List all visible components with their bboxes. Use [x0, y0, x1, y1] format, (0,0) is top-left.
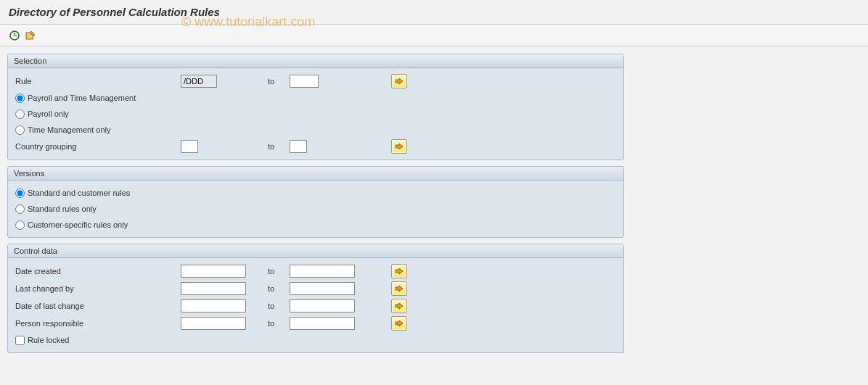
content-area: Selection Rule to Payroll and Time Manag… — [0, 46, 631, 366]
date-last-change-to-input[interactable] — [290, 299, 355, 312]
date-created-to-input[interactable] — [290, 265, 355, 278]
page-title: Directory of Personnel Calculation Rules — [9, 6, 859, 18]
versions-header: Versions — [8, 167, 623, 181]
payroll-time-label: Payroll and Time Management — [28, 94, 136, 102]
country-multi-select-button[interactable] — [391, 139, 407, 154]
execute-button[interactable] — [7, 28, 22, 43]
last-changed-by-to-input[interactable] — [290, 282, 355, 295]
arrow-right-icon — [395, 143, 404, 150]
date-last-change-multi-button[interactable] — [391, 299, 407, 313]
time-only-label: Time Management only — [28, 125, 111, 134]
person-responsible-multi-button[interactable] — [391, 316, 407, 331]
date-last-change-label: Date of last change — [14, 302, 181, 310]
arrow-right-icon — [395, 320, 404, 327]
person-responsible-from-input[interactable] — [181, 317, 246, 330]
arrow-right-icon — [395, 302, 404, 310]
rule-to-input[interactable] — [290, 75, 319, 88]
last-changed-by-label: Last changed by — [14, 284, 181, 293]
standard-customer-label: Standard and customer rules — [28, 189, 130, 197]
versions-group: Versions Standard and customer rules Sta… — [7, 166, 624, 238]
last-changed-by-multi-button[interactable] — [391, 281, 407, 296]
date-created-label: Date created — [14, 267, 181, 276]
payroll-only-label: Payroll only — [28, 109, 69, 118]
rule-multi-select-button[interactable] — [391, 74, 407, 88]
rule-from-input[interactable] — [181, 75, 217, 88]
country-grouping-label: Country grouping — [14, 142, 181, 151]
country-from-input[interactable] — [181, 140, 198, 153]
person-responsible-to-label: to — [268, 319, 282, 328]
date-last-change-to-label: to — [268, 302, 282, 310]
last-changed-by-to-label: to — [268, 284, 282, 293]
country-to-input[interactable] — [290, 140, 307, 153]
payroll-time-radio[interactable] — [15, 94, 25, 103]
rule-locked-label: Rule locked — [28, 336, 69, 344]
selection-group: Selection Rule to Payroll and Time Manag… — [7, 54, 624, 160]
arrow-right-icon — [395, 285, 404, 292]
country-to-label: to — [268, 142, 282, 151]
arrow-right-icon — [395, 78, 404, 85]
date-created-to-label: to — [268, 267, 282, 276]
arrow-right-icon — [395, 268, 404, 275]
payroll-only-radio[interactable] — [15, 109, 25, 119]
date-last-change-from-input[interactable] — [181, 299, 246, 312]
get-variant-button[interactable] — [23, 28, 38, 43]
rule-to-label: to — [268, 77, 282, 86]
rule-locked-checkbox[interactable] — [15, 336, 25, 345]
standard-customer-radio[interactable] — [15, 189, 25, 198]
selection-header: Selection — [8, 54, 623, 68]
date-created-from-input[interactable] — [181, 265, 246, 278]
rule-label: Rule — [14, 77, 181, 86]
person-responsible-label: Person responsible — [14, 319, 181, 328]
customer-only-label: Customer-specific rules only — [28, 220, 128, 229]
time-only-radio[interactable] — [15, 125, 25, 135]
get-variant-icon — [25, 30, 36, 41]
title-bar: Directory of Personnel Calculation Rules — [0, 0, 868, 25]
control-data-group: Control data Date created to Last change… — [7, 244, 624, 353]
date-created-multi-button[interactable] — [391, 264, 407, 278]
customer-only-radio[interactable] — [15, 220, 25, 230]
control-data-header: Control data — [8, 244, 623, 258]
standard-only-radio[interactable] — [15, 204, 25, 214]
person-responsible-to-input[interactable] — [290, 317, 355, 330]
toolbar — [0, 25, 868, 46]
last-changed-by-from-input[interactable] — [181, 282, 246, 295]
execute-icon — [9, 30, 20, 41]
standard-only-label: Standard rules only — [28, 204, 97, 213]
